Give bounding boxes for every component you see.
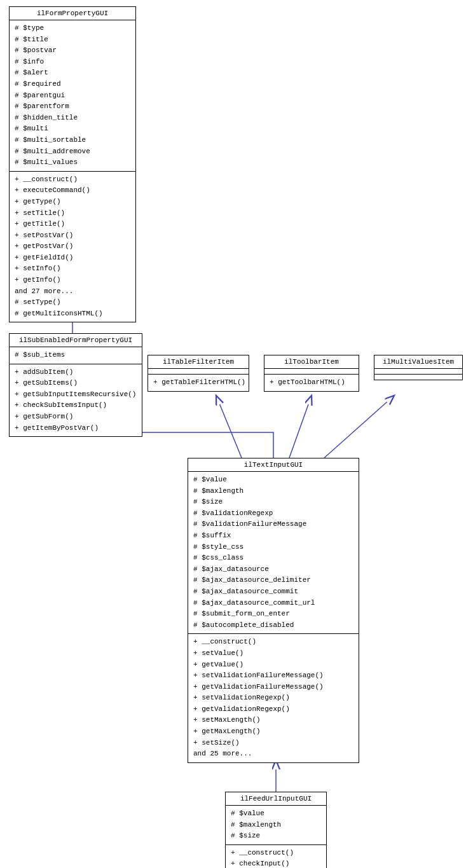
box-ilTableFilterItem-methods: + getTableFilterHTML(): [148, 375, 249, 391]
box-ilToolbarItem: ilToolbarItem + getToolbarHTML(): [264, 355, 359, 392]
box-ilTextInputGUI-attributes: # $value # $maxlength # $size # $validat…: [188, 472, 359, 634]
box-ilTableFilterItem-title: ilTableFilterItem: [148, 355, 249, 369]
svg-line-1: [216, 396, 242, 458]
diagram-container: ilFormPropertyGUI # $type # $title # $po…: [0, 0, 473, 868]
box-ilFormPropertyGUI-methods: + __construct() + executeCommand() + get…: [10, 172, 135, 322]
box-ilSubEnabledFormPropertyGUI-title: ilSubEnabledFormPropertyGUI: [10, 334, 142, 347]
box-ilMultiValuesItem-methods: [374, 375, 462, 380]
box-ilToolbarItem-methods: + getToolbarHTML(): [264, 375, 359, 391]
box-ilMultiValuesItem-attributes: [374, 369, 462, 375]
box-ilFeedUrlInputGUI: ilFeedUrlInputGUI # $value # $maxlength …: [225, 792, 327, 868]
box-ilFormPropertyGUI-title: ilFormPropertyGUI: [10, 7, 135, 20]
box-ilFormPropertyGUI-attributes: # $type # $title # $postvar # $info # $a…: [10, 20, 135, 172]
box-ilTableFilterItem-attributes: [148, 369, 249, 375]
box-ilTableFilterItem: ilTableFilterItem + getTableFilterHTML(): [147, 355, 249, 392]
box-ilToolbarItem-attributes: [264, 369, 359, 375]
box-ilSubEnabledFormPropertyGUI: ilSubEnabledFormPropertyGUI # $sub_items…: [9, 333, 142, 437]
box-ilFeedUrlInputGUI-attributes: # $value # $maxlength # $size: [226, 806, 326, 845]
box-ilSubEnabledFormPropertyGUI-attributes: # $sub_items: [10, 347, 142, 364]
box-ilMultiValuesItem-title: ilMultiValuesItem: [374, 355, 462, 369]
box-ilTextInputGUI-methods: + __construct() + setValue() + getValue(…: [188, 634, 359, 762]
box-ilTextInputGUI-title: ilTextInputGUI: [188, 458, 359, 472]
box-ilFeedUrlInputGUI-title: ilFeedUrlInputGUI: [226, 792, 326, 806]
svg-line-2: [289, 396, 312, 458]
box-ilFormPropertyGUI: ilFormPropertyGUI # $type # $title # $po…: [9, 6, 136, 322]
box-ilToolbarItem-title: ilToolbarItem: [264, 355, 359, 369]
box-ilMultiValuesItem: ilMultiValuesItem: [374, 355, 463, 380]
box-ilFeedUrlInputGUI-methods: + __construct() + checkInput(): [226, 845, 326, 868]
svg-line-3: [324, 396, 394, 458]
box-ilTextInputGUI: ilTextInputGUI # $value # $maxlength # $…: [188, 458, 359, 763]
box-ilSubEnabledFormPropertyGUI-methods: + addSubItem() + getSubItems() + getSubI…: [10, 364, 142, 437]
